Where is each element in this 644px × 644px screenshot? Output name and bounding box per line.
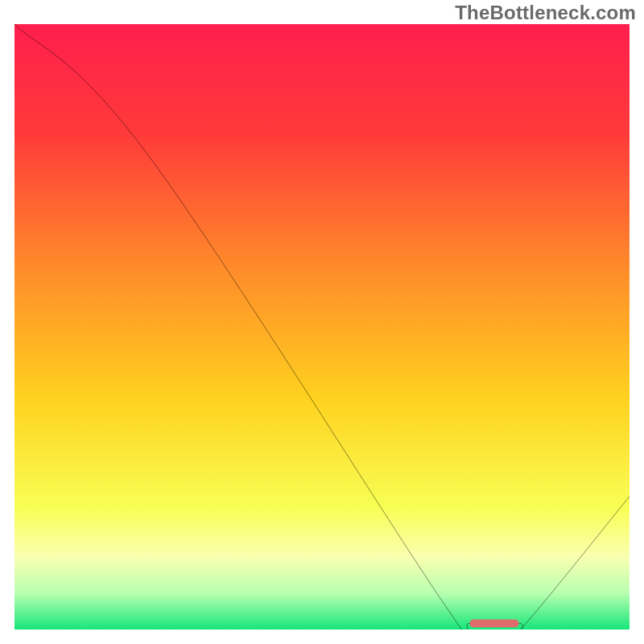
- watermark-text: TheBottleneck.com: [455, 2, 636, 24]
- chart-svg: [14, 24, 630, 630]
- chart-plot-area: [14, 24, 630, 630]
- chart-background-gradient: [14, 24, 630, 630]
- chart-container: TheBottleneck.com: [0, 0, 644, 644]
- optimum-marker: [469, 620, 518, 628]
